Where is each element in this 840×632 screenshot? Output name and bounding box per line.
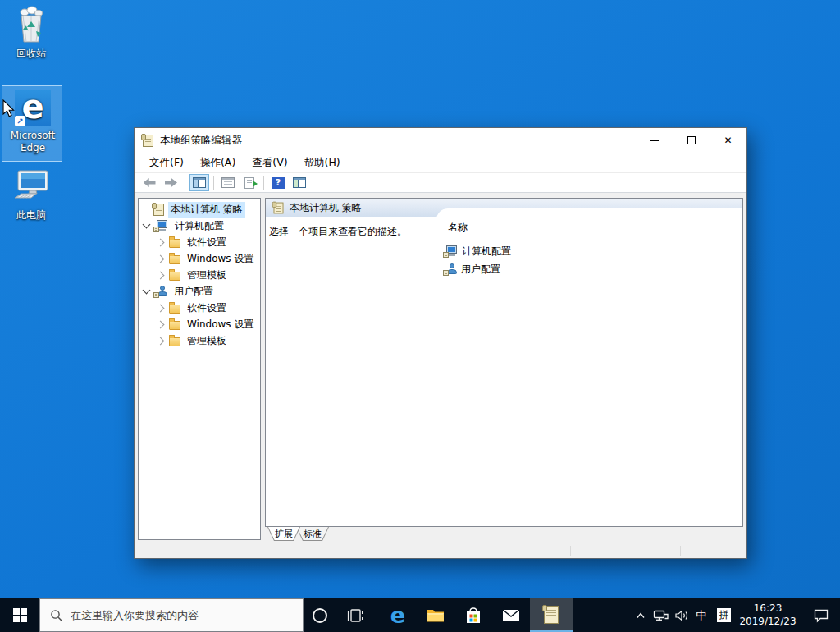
chevron-right-icon[interactable] — [157, 238, 165, 246]
clock-time: 16:23 — [737, 602, 799, 616]
edge-label-line1: Microsoft — [11, 130, 56, 142]
forward-button[interactable] — [161, 174, 180, 191]
tree-item-label: 本地计算机 策略 — [168, 202, 245, 218]
gpedit-app-icon — [143, 135, 153, 147]
view-tab-strip: 扩展 标准 — [265, 527, 743, 543]
ime-language-indicator[interactable]: 中 — [692, 608, 711, 623]
extended-view-button[interactable] — [290, 174, 309, 191]
file-explorer-icon — [426, 607, 445, 625]
tree-item-label: 用户配置 — [171, 284, 216, 300]
tree-item-windows-settings-user[interactable]: Windows 设置 — [139, 316, 260, 332]
search-placeholder: 在这里输入你要搜索的内容 — [71, 608, 199, 623]
result-pane: 本地计算机 策略 选择一个项目来查看它的描述。 名称 计算机配置 用户配置 — [265, 198, 743, 527]
show-console-tree-button[interactable] — [189, 174, 209, 191]
menu-action[interactable]: 操作(A) — [192, 153, 244, 172]
maximize-button[interactable] — [673, 128, 710, 153]
console-tree-pane[interactable]: 本地计算机 策略 计算机配置 软件设置 Windows 设置 — [138, 198, 261, 540]
taskbar-explorer-button[interactable] — [417, 598, 454, 632]
status-separator — [680, 546, 681, 556]
volume-icon — [674, 609, 689, 622]
status-separator — [570, 546, 571, 556]
taskbar-clock[interactable]: 16:23 2019/12/23 — [737, 602, 799, 628]
show-hidden-icons-button[interactable] — [630, 611, 651, 621]
tree-item-computer-config[interactable]: 计算机配置 — [139, 218, 260, 234]
chevron-up-icon — [635, 611, 646, 621]
tree-item-admin-templates[interactable]: 管理模板 — [139, 267, 260, 283]
status-bar — [135, 543, 746, 558]
chevron-right-icon[interactable] — [157, 337, 165, 345]
chevron-right-icon[interactable] — [157, 320, 165, 328]
folder-icon — [169, 305, 180, 314]
list-item-label: 用户配置 — [461, 263, 500, 277]
this-pc-label: 此电脑 — [16, 209, 46, 222]
tab-extended[interactable]: 扩展 — [267, 527, 300, 541]
start-button[interactable] — [0, 598, 39, 632]
tree-item-software-settings-user[interactable]: 软件设置 — [139, 300, 260, 316]
computer-icon — [155, 220, 168, 231]
item-list-panel: 名称 计算机配置 用户配置 — [436, 208, 742, 526]
toolbar-separator — [263, 176, 264, 190]
cortana-button[interactable] — [304, 598, 336, 632]
minimize-button[interactable] — [636, 128, 673, 153]
taskbar-store-button[interactable] — [454, 598, 492, 632]
titlebar[interactable]: 本地组策略编辑器 ✕ — [135, 128, 746, 153]
tree-item-software-settings[interactable]: 软件设置 — [139, 234, 260, 250]
menu-help[interactable]: 帮助(H) — [296, 153, 349, 172]
taskbar-gpedit-button[interactable] — [530, 598, 573, 632]
chevron-down-icon[interactable] — [143, 221, 151, 229]
help-button[interactable]: ? — [268, 174, 288, 191]
console-tree-icon — [193, 177, 206, 188]
tree-item-label: 软件设置 — [185, 235, 229, 250]
extended-view-icon — [293, 177, 306, 188]
edge-tile: e ↗ — [15, 90, 51, 126]
folder-icon — [169, 255, 180, 264]
edge-label-line2: Edge — [11, 142, 56, 154]
task-view-button[interactable] — [336, 598, 374, 632]
tree-item-windows-settings[interactable]: Windows 设置 — [139, 250, 260, 267]
menu-file[interactable]: 文件(F) — [141, 153, 192, 172]
tree-item-admin-templates-user[interactable]: 管理模板 — [139, 332, 260, 349]
minimize-icon — [650, 140, 659, 141]
chevron-down-icon[interactable] — [143, 286, 151, 295]
column-header-name[interactable]: 名称 — [436, 222, 742, 233]
volume-tray-button[interactable] — [671, 609, 692, 622]
tree-item-label: 计算机配置 — [172, 218, 226, 234]
desktop: 回收站 e ↗ Microsoft Edge 此电脑 本地组策略编辑器 — [0, 0, 840, 632]
properties-button[interactable] — [218, 174, 238, 191]
recycle-bin-label: 回收站 — [16, 48, 46, 60]
menu-view[interactable]: 查看(V) — [244, 153, 295, 172]
computer-icon — [445, 245, 458, 257]
ime-mode-indicator[interactable]: 拼 — [717, 608, 731, 622]
desktop-icon-this-pc[interactable]: 此电脑 — [0, 168, 62, 222]
chevron-right-icon[interactable] — [157, 304, 165, 312]
back-arrow-icon — [144, 178, 156, 187]
taskbar-mail-button[interactable] — [492, 598, 530, 632]
export-list-button[interactable] — [240, 174, 259, 191]
network-tray-button[interactable] — [651, 609, 671, 622]
action-center-button[interactable] — [809, 608, 833, 623]
cortana-icon — [311, 607, 329, 625]
taskbar-search-box[interactable]: 在这里输入你要搜索的内容 — [39, 598, 304, 632]
properties-icon — [221, 177, 235, 188]
toolbar-separator — [185, 176, 185, 190]
export-list-icon — [244, 177, 254, 189]
column-divider[interactable] — [587, 218, 587, 241]
taskbar: 在这里输入你要搜索的内容 e — [0, 598, 840, 632]
chevron-right-icon[interactable] — [157, 254, 165, 263]
close-button[interactable]: ✕ — [710, 128, 746, 153]
back-button[interactable] — [139, 174, 159, 191]
recycle-bin-icon — [12, 5, 50, 44]
list-item-user-config[interactable]: 用户配置 — [436, 260, 742, 278]
tree-item-local-computer-policy[interactable]: 本地计算机 策略 — [139, 201, 260, 218]
tab-standard[interactable]: 标准 — [296, 527, 329, 541]
window-title: 本地组策略编辑器 — [160, 134, 242, 148]
description-text: 选择一个项目来查看它的描述。 — [269, 226, 407, 237]
desktop-icon-recycle-bin[interactable]: 回收站 — [0, 5, 62, 60]
taskbar-edge-button[interactable]: e — [379, 598, 417, 632]
folder-icon — [169, 337, 180, 346]
chevron-right-icon[interactable] — [157, 271, 165, 279]
tree-item-user-config[interactable]: 用户配置 — [139, 283, 260, 300]
maximize-icon — [687, 136, 696, 144]
list-item-computer-config[interactable]: 计算机配置 — [436, 242, 742, 260]
tree-item-label: 管理模板 — [185, 333, 229, 349]
